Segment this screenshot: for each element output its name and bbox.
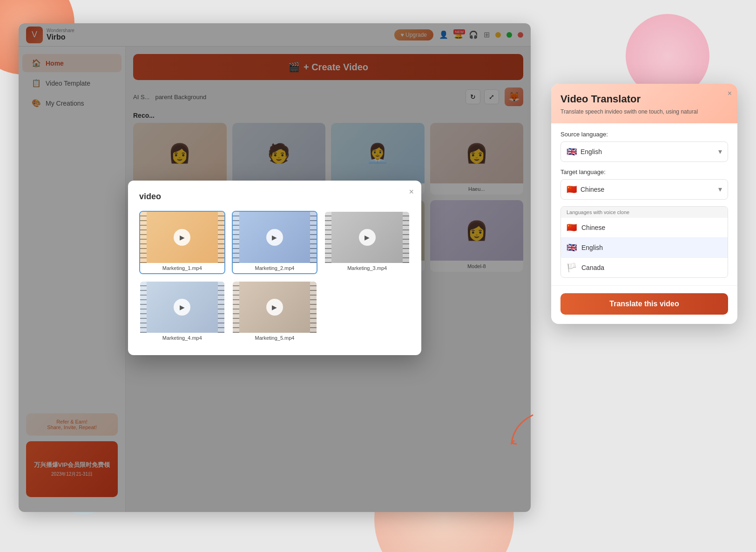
target-language-section: Target language: 🇨🇳 Chinese ▾ — [560, 168, 728, 200]
translator-header: × Video Translator Translate speech invi… — [551, 84, 737, 123]
source-lang-name: English — [580, 148, 602, 155]
video-card-1[interactable]: ▶ Marketing_1.mp4 — [139, 211, 225, 274]
video-thumb-3: ▶ — [325, 212, 409, 263]
video-name-5: Marketing_5.mp4 — [233, 333, 317, 343]
video-name-1: Marketing_1.mp4 — [140, 263, 224, 273]
language-dropdown: Languages with voice clone 🇨🇳 Chinese 🇬🇧… — [560, 206, 728, 278]
video-thumb-2: ▶ — [233, 212, 317, 263]
modal-title: video — [139, 192, 410, 202]
translate-btn-area: Translate this video — [551, 285, 737, 324]
video-card-4[interactable]: ▶ Marketing_4.mp4 — [139, 281, 225, 344]
video-card-5[interactable]: ▶ Marketing_5.mp4 — [232, 281, 318, 344]
target-language-select[interactable]: 🇨🇳 Chinese ▾ — [560, 179, 728, 200]
dropdown-item-canada[interactable]: 🏳️ Canada — [561, 258, 728, 277]
chinese-flag: 🇨🇳 — [567, 222, 577, 233]
play-btn-3[interactable]: ▶ — [359, 229, 376, 246]
video-name-4: Marketing_4.mp4 — [140, 333, 224, 343]
play-btn-1[interactable]: ▶ — [174, 229, 190, 246]
english-flag: 🇬🇧 — [567, 242, 577, 253]
app-window: V Wondershare Virbo ♥ Upgrade 👤 🔔 NEW 🎧 … — [19, 23, 531, 512]
video-name-2: Marketing_2.mp4 — [233, 263, 317, 273]
chinese-label: Chinese — [581, 224, 605, 231]
target-language-label: Target language: — [560, 168, 728, 175]
modal-overlay: video × ▶ Marketing_1.mp4 ▶ Marketing_2.… — [19, 23, 531, 512]
source-language-label: Source language: — [560, 131, 728, 138]
translate-button[interactable]: Translate this video — [560, 293, 728, 315]
target-chevron-icon: ▾ — [718, 185, 722, 194]
source-chevron-icon: ▾ — [718, 147, 722, 156]
translator-body: Source language: 🇬🇧 English ▾ Target lan… — [551, 123, 737, 285]
video-name-3: Marketing_3.mp4 — [325, 263, 409, 273]
target-lang-name: Chinese — [580, 186, 604, 193]
translator-panel: × Video Translator Translate speech invi… — [551, 84, 737, 324]
video-thumb-1: ▶ — [140, 212, 224, 263]
canada-label: Canada — [581, 264, 604, 271]
video-modal: video × ▶ Marketing_1.mp4 ▶ Marketing_2.… — [128, 181, 421, 355]
translator-subtitle: Translate speech invideo swith one touch… — [560, 108, 728, 116]
target-flag: 🇨🇳 — [567, 184, 577, 195]
modal-close-button[interactable]: × — [409, 187, 414, 197]
translator-title: Video Translator — [560, 93, 728, 105]
source-language-section: Source language: 🇬🇧 English ▾ — [560, 131, 728, 162]
source-flag: 🇬🇧 — [567, 147, 577, 157]
video-card-2[interactable]: ▶ Marketing_2.mp4 — [232, 211, 318, 274]
source-language-select[interactable]: 🇬🇧 English ▾ — [560, 141, 728, 162]
play-btn-4[interactable]: ▶ — [174, 299, 190, 316]
dropdown-item-chinese[interactable]: 🇨🇳 Chinese — [561, 218, 728, 238]
play-btn-5[interactable]: ▶ — [266, 299, 283, 316]
video-thumb-5: ▶ — [233, 282, 317, 333]
translator-close-button[interactable]: × — [728, 89, 732, 98]
video-card-3[interactable]: ▶ Marketing_3.mp4 — [324, 211, 410, 274]
video-grid: ▶ Marketing_1.mp4 ▶ Marketing_2.mp4 ▶ — [139, 211, 410, 344]
dropdown-section-header: Languages with voice clone — [561, 207, 728, 218]
english-label: English — [581, 244, 603, 251]
video-thumb-4: ▶ — [140, 282, 224, 333]
dropdown-item-english[interactable]: 🇬🇧 English — [561, 238, 728, 258]
play-btn-2[interactable]: ▶ — [266, 229, 283, 246]
canada-flag: 🏳️ — [567, 263, 577, 273]
